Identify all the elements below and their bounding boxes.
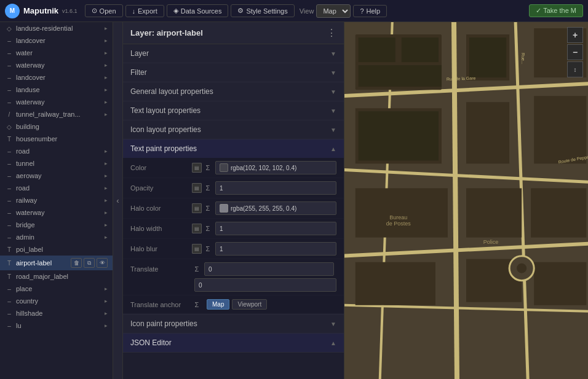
sidebar-item-icon-railway: –	[5, 197, 14, 204]
sidebar-item-icon-country: –	[5, 298, 14, 305]
sidebar-item-label-place: place	[16, 285, 105, 292]
open-button[interactable]: ⊙ Open	[85, 4, 123, 17]
sidebar-item-visibility-button[interactable]: 👁	[97, 258, 108, 268]
section-text-layout-header[interactable]: Text layout properties ▼	[123, 101, 344, 120]
take-tour-button[interactable]: ✓ Take the M	[529, 4, 583, 17]
sidebar-item-housenumber[interactable]: Thousenumber	[0, 133, 113, 145]
translate-anchor-sigma-icon[interactable]: Σ	[192, 300, 202, 310]
sidebar-item-landuse-residential[interactable]: ◇landuse-residential▸	[0, 22, 113, 34]
layer-panel: Layer: airport-label ⋮ Layer ▼ Filter ▼	[123, 22, 344, 379]
halo-width-property: Halo width ▤ Σ 1	[123, 219, 344, 239]
sidebar-item-road2[interactable]: –road▸	[0, 182, 113, 194]
sidebar-item-airport-label[interactable]: Tairport-label🗑⧉👁	[0, 256, 113, 270]
halo-width-sigma-icon[interactable]: Σ	[203, 224, 213, 233]
sidebar-item-label-landuse: landuse	[16, 86, 105, 93]
sidebar-item-railway[interactable]: –railway▸	[0, 194, 113, 206]
sidebar-item-label-housenumber: housenumber	[16, 135, 108, 143]
panel-collapse-button[interactable]: ‹	[113, 22, 123, 379]
section-icon-paint-title: Icon paint properties	[130, 319, 197, 328]
halo-width-value[interactable]: 1	[215, 222, 336, 235]
svg-point-19	[517, 264, 526, 273]
sidebar-item-bridge[interactable]: –bridge▸	[0, 219, 113, 231]
sidebar-item-delete-button[interactable]: 🗑	[71, 258, 82, 268]
sidebar-item-water[interactable]: –water▸	[0, 47, 113, 59]
color-sigma-icon[interactable]: Σ	[203, 163, 213, 173]
sidebar: ◇landuse-residential▸–landcover▸–water▸–…	[0, 22, 113, 379]
translate-value-y[interactable]: 0	[194, 278, 336, 292]
color-map-icon[interactable]: ▤	[192, 163, 202, 173]
sidebar-item-aeroway[interactable]: –aeroway▸	[0, 170, 113, 182]
svg-rect-11	[534, 96, 586, 163]
sidebar-item-tunnel_railway_tran[interactable]: /tunnel_railway_tran...▸	[0, 108, 113, 120]
translate-value-x[interactable]: 0	[204, 262, 334, 276]
sidebar-item-label-road_major_label: road_major_label	[16, 273, 108, 280]
layer-title: Layer: airport-label	[130, 28, 203, 37]
sidebar-item-waterway[interactable]: –waterway▸	[0, 59, 113, 71]
view-select[interactable]: Map	[316, 4, 351, 18]
halo-width-map-icon[interactable]: ▤	[192, 224, 202, 233]
more-options-button[interactable]: ⋮	[327, 27, 336, 39]
section-icon-layout-header[interactable]: Icon layout properties ▼	[123, 120, 344, 139]
section-text-layout-title: Text layout properties	[130, 106, 201, 115]
color-value[interactable]: rgba(102, 102, 102, 0.4)	[215, 161, 336, 174]
sidebar-item-landcover2[interactable]: –landcover▸	[0, 71, 113, 84]
sidebar-item-road[interactable]: –road▸	[0, 145, 113, 157]
sidebar-item-icon-landuse-residential: ◇	[5, 25, 14, 32]
help-button[interactable]: ? Help	[353, 5, 387, 17]
sidebar-item-admin[interactable]: –admin▸	[0, 231, 113, 243]
sidebar-item-poi_label[interactable]: Tpoi_label	[0, 243, 113, 256]
anchor-viewport-button[interactable]: Viewport	[232, 299, 267, 310]
halo-color-icons: ▤ Σ	[192, 203, 213, 213]
sidebar-item-place[interactable]: –place▸	[0, 283, 113, 295]
translate-sigma-icon[interactable]: Σ	[192, 264, 202, 274]
export-button[interactable]: ↓ Export	[125, 5, 164, 17]
data-sources-button[interactable]: ◈ Data Sources	[167, 4, 229, 17]
halo-color-sigma-icon[interactable]: Σ	[203, 203, 213, 213]
sidebar-item-icon-landuse: –	[5, 87, 14, 93]
section-json-editor: JSON Editor ▲	[123, 334, 344, 353]
section-filter-header[interactable]: Filter ▼	[123, 63, 344, 82]
zoom-out-button[interactable]: −	[567, 44, 583, 60]
sidebar-item-hillshade[interactable]: –hillshade▸	[0, 307, 113, 319]
sidebar-item-country[interactable]: –country▸	[0, 295, 113, 307]
sidebar-item-road_major_label[interactable]: Troad_major_label	[0, 270, 113, 283]
section-filter-title: Filter	[130, 68, 147, 77]
section-text-paint-header[interactable]: Text paint properties ▲	[123, 139, 344, 158]
sidebar-list: ◇landuse-residential▸–landcover▸–water▸–…	[0, 22, 113, 379]
opacity-value[interactable]: 1	[215, 181, 336, 195]
sidebar-item-landcover[interactable]: –landcover▸	[0, 34, 113, 47]
sidebar-item-waterway2[interactable]: –waterway▸	[0, 96, 113, 108]
halo-color-map-icon[interactable]: ▤	[192, 203, 202, 213]
help-icon: ?	[360, 7, 364, 15]
sidebar-item-tunnel[interactable]: –tunnel▸	[0, 157, 113, 170]
sidebar-item-waterway3[interactable]: –waterway▸	[0, 206, 113, 219]
section-icon-paint-arrow: ▼	[330, 321, 336, 327]
sidebar-item-icon-admin: –	[5, 234, 14, 241]
sidebar-item-building[interactable]: ◇building	[0, 120, 113, 133]
section-json-editor-header[interactable]: JSON Editor ▲	[123, 334, 344, 352]
halo-color-value[interactable]: rgba(255, 255, 255, 0.4)	[215, 201, 336, 215]
section-general-layout-title: General layout properties	[130, 87, 213, 96]
sidebar-item-lu[interactable]: –lu▸	[0, 319, 113, 332]
anchor-map-button[interactable]: Map	[207, 299, 229, 310]
sidebar-item-copy-button[interactable]: ⧉	[84, 258, 95, 268]
color-value-text: rgba(102, 102, 102, 0.4)	[231, 165, 296, 171]
section-layer-header[interactable]: Layer ▼	[123, 44, 344, 63]
section-layer: Layer ▼	[123, 44, 344, 63]
halo-blur-sigma-icon[interactable]: Σ	[203, 244, 213, 254]
section-text-paint-content: Color ▤ Σ rgba(102, 102, 102, 0.4) Opaci…	[123, 158, 344, 314]
halo-blur-value[interactable]: 1	[215, 242, 336, 256]
sidebar-item-arrow-place: ▸	[105, 286, 108, 292]
opacity-map-icon[interactable]: ▤	[192, 183, 202, 193]
section-icon-paint-header[interactable]: Icon paint properties ▼	[123, 315, 344, 333]
compass-button[interactable]: ↕	[567, 61, 583, 77]
sidebar-item-landuse[interactable]: –landuse▸	[0, 84, 113, 96]
halo-blur-map-icon[interactable]: ▤	[192, 244, 202, 254]
translate-anchor-property: Translate anchor Σ Map Viewport	[123, 295, 344, 314]
opacity-sigma-icon[interactable]: Σ	[203, 183, 213, 193]
zoom-in-button[interactable]: +	[567, 27, 583, 43]
sidebar-item-label-waterway2: waterway	[16, 98, 105, 106]
section-general-layout-header[interactable]: General layout properties ▼	[123, 82, 344, 101]
map-svg: Bureau de Postes Police Rue de la Gare R…	[344, 22, 588, 379]
style-settings-button[interactable]: ⚙ Style Settings	[231, 4, 294, 17]
